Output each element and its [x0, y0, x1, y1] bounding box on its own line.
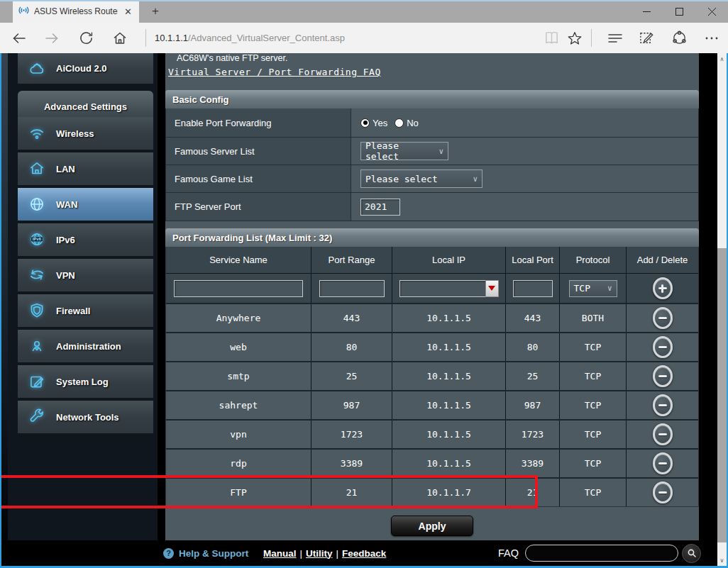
scroll-down-icon[interactable]: ∨ — [717, 555, 727, 566]
reading-view-icon[interactable] — [539, 23, 563, 53]
faq-search-button[interactable] — [682, 544, 701, 563]
browser-toolbar: 10.1.1.1/Advanced_VirtualServer_Content.… — [0, 23, 728, 53]
port-forwarding-title: Port Forwarding List (Max Limit : 32) — [165, 228, 699, 247]
ftp-server-port-input[interactable] — [360, 199, 400, 216]
table-row: Anywhere 443 10.1.1.5 443 BOTH — [166, 303, 698, 332]
sidebar-item-label: System Log — [56, 377, 109, 387]
advanced-settings-header: Advanced Settings — [18, 91, 153, 117]
delete-entry-button[interactable] — [653, 452, 673, 474]
footer-bar: ? Help & Support Manual|Utility|Feedback… — [0, 540, 717, 566]
minimize-button[interactable] — [630, 0, 663, 23]
share-icon[interactable] — [667, 23, 691, 53]
sidebar-item-label: Firewall — [56, 306, 90, 316]
table-row: vpn 1723 10.1.1.5 1723 TCP — [166, 419, 698, 448]
new-local-ip-input[interactable] — [399, 280, 485, 297]
port-range-cell: 21 — [311, 479, 392, 506]
sidebar-item-administration[interactable]: Administration — [18, 330, 153, 364]
favorites-star-icon[interactable] — [563, 23, 587, 53]
close-button[interactable] — [695, 0, 728, 23]
sidebar-item-wireless[interactable]: Wireless — [18, 117, 153, 151]
port-range-cell: 25 — [311, 362, 392, 390]
aicloud-icon — [26, 60, 48, 78]
delete-entry-button[interactable] — [653, 481, 673, 503]
sidebar-item-label: IPv6 — [56, 235, 75, 245]
delete-entry-button[interactable] — [653, 394, 673, 416]
enable-no-radio[interactable] — [395, 118, 404, 128]
enable-yes-radio[interactable] — [360, 118, 370, 128]
tab-close-icon[interactable]: ✕ — [123, 6, 133, 17]
sidebar-item-aicloud[interactable]: AiCloud 2.0 — [18, 53, 153, 85]
table-row: rdp 3389 10.1.1.5 3389 TCP — [166, 448, 698, 477]
web-note-icon[interactable] — [634, 23, 658, 53]
apply-button[interactable]: Apply — [391, 516, 473, 536]
table-row: smtp 25 10.1.1.5 25 TCP — [166, 361, 698, 390]
local-ip-cell: 10.1.1.7 — [392, 479, 505, 506]
port-range-cell: 3389 — [311, 450, 392, 477]
new-tab-button[interactable]: + — [145, 0, 166, 23]
new-local-ip-combo[interactable] — [399, 280, 499, 297]
browser-tab[interactable]: ASUS Wireless Router R ✕ — [13, 0, 139, 23]
new-local-port-input[interactable] — [513, 280, 553, 297]
forward-icon[interactable] — [40, 23, 64, 53]
window-top-border — [0, 0, 728, 1]
famous-game-row: Famous Game List Please select∨ — [166, 165, 698, 192]
protocol-cell: TCP — [559, 362, 626, 390]
new-service-name-input[interactable] — [174, 280, 303, 297]
more-options-icon[interactable] — [700, 23, 724, 53]
protocol-cell: BOTH — [559, 304, 626, 332]
new-protocol-select[interactable]: TCP∨ — [569, 280, 617, 297]
delete-entry-button[interactable] — [653, 423, 673, 445]
sidebar-item-network-tools[interactable]: Network Tools — [18, 401, 153, 435]
delete-entry-button[interactable] — [653, 336, 673, 358]
address-bar[interactable]: 10.1.1.1/Advanced_VirtualServer_Content.… — [155, 23, 345, 53]
sidebar: AiCloud 2.0 Advanced Settings Wireless L… — [8, 53, 158, 566]
col-service-name: Service Name — [166, 247, 311, 273]
local-port-cell: 443 — [505, 304, 559, 332]
famous-game-select[interactable]: Please select∨ — [360, 169, 482, 188]
sidebar-item-lan[interactable]: LAN — [18, 152, 153, 186]
protocol-cell: TCP — [559, 450, 626, 477]
sidebar-item-wan[interactable]: WAN — [18, 188, 153, 222]
sidebar-item-system-log[interactable]: System Log — [18, 365, 153, 399]
scrollbar-thumb[interactable] — [717, 248, 727, 542]
browser-window: ASUS Wireless Router R ✕ + — [0, 0, 728, 568]
toolbar-divider — [145, 29, 146, 47]
local-port-cell: 21 — [505, 479, 559, 506]
faq-search-input[interactable] — [525, 545, 678, 562]
sidebar-item-firewall[interactable]: Firewall — [18, 294, 153, 328]
sidebar-item-label: WAN — [56, 199, 77, 210]
delete-entry-button[interactable] — [653, 307, 673, 329]
back-icon[interactable] — [7, 23, 31, 53]
refresh-icon[interactable] — [74, 23, 98, 53]
add-entry-button[interactable] — [653, 277, 673, 299]
table-row: web 80 10.1.1.5 80 TCP — [166, 332, 698, 361]
col-local-ip: Local IP — [392, 247, 505, 273]
feedback-link[interactable]: Feedback — [342, 548, 386, 559]
famous-server-select[interactable]: Please select∨ — [360, 142, 448, 160]
scroll-up-icon[interactable]: ∧ — [717, 53, 727, 65]
enable-no-label: No — [407, 118, 419, 128]
home-icon[interactable] — [108, 23, 132, 53]
help-support-link[interactable]: ? Help & Support — [163, 548, 248, 559]
local-port-cell: 1723 — [505, 421, 559, 448]
hub-icon[interactable] — [603, 23, 627, 53]
sidebar-item-vpn[interactable]: VPN — [18, 259, 153, 293]
toolbar-divider — [591, 29, 592, 47]
utility-link[interactable]: Utility — [306, 548, 333, 559]
footer-links: Manual|Utility|Feedback — [263, 548, 386, 559]
table-header-row: Service Name Port Range Local IP Local P… — [166, 247, 698, 273]
local-ip-dropdown-icon[interactable] — [485, 280, 499, 297]
wrench-icon — [26, 408, 48, 426]
house-icon — [26, 160, 48, 178]
sidebar-item-ipv6[interactable]: IPv6 IPv6 — [18, 223, 153, 257]
delete-entry-button[interactable] — [653, 365, 673, 387]
new-port-range-input[interactable] — [319, 280, 385, 297]
port-range-cell: 80 — [311, 333, 392, 361]
faq-link[interactable]: Virtual Server / Port Forwarding FAQ — [168, 67, 381, 77]
port-range-cell: 1723 — [311, 421, 392, 448]
manual-link[interactable]: Manual — [263, 548, 297, 559]
local-port-cell: 3389 — [505, 450, 559, 477]
ftp-server-port-row: FTP Server Port — [166, 192, 698, 221]
protocol-cell: TCP — [559, 333, 626, 361]
maximize-button[interactable] — [663, 0, 695, 23]
